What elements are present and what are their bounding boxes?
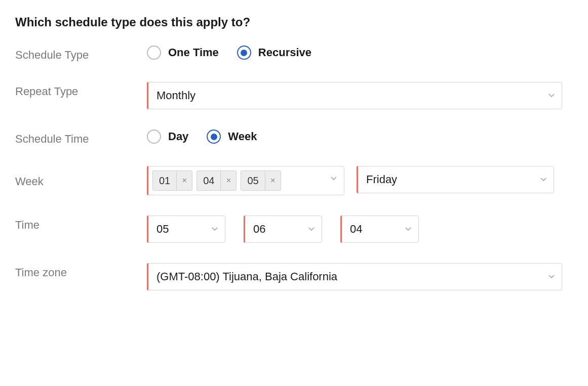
label-repeat-type: Repeat Type	[15, 82, 147, 98]
chevron-down-icon	[540, 178, 546, 182]
time-hour-value: 05	[156, 223, 169, 236]
section-heading: Which schedule type does this apply to?	[15, 15, 573, 29]
chevron-down-icon	[212, 227, 218, 231]
chevron-down-icon	[548, 275, 555, 279]
week-tag: 04×	[197, 170, 237, 191]
radio-one-time[interactable]: One Time	[147, 46, 219, 60]
weekday-select[interactable]: Friday	[357, 166, 554, 193]
week-tag: 05×	[241, 170, 281, 191]
label-week: Week	[15, 166, 147, 188]
repeat-type-value: Monthly	[156, 89, 195, 102]
radio-day-label: Day	[168, 130, 188, 143]
chevron-down-icon	[331, 177, 337, 181]
close-icon[interactable]: ×	[220, 171, 236, 190]
chevron-down-icon	[308, 227, 315, 231]
repeat-type-select[interactable]: Monthly	[147, 82, 562, 109]
radio-day[interactable]: Day	[147, 130, 188, 144]
radio-week[interactable]: Week	[207, 130, 257, 144]
radio-one-time-label: One Time	[168, 46, 219, 59]
radio-icon	[147, 130, 161, 144]
close-icon[interactable]: ×	[176, 171, 192, 190]
chevron-down-icon	[405, 227, 411, 231]
close-icon[interactable]: ×	[265, 171, 281, 190]
time-minute-value: 06	[253, 223, 265, 236]
week-multiselect[interactable]: 01×04×05×	[147, 166, 344, 195]
time-hour-select[interactable]: 05	[147, 216, 225, 243]
weekday-value: Friday	[366, 173, 397, 186]
radio-icon	[207, 130, 221, 144]
time-second-value: 04	[350, 223, 362, 236]
label-time: Time	[15, 216, 147, 232]
radio-recursive-label: Recursive	[258, 46, 311, 59]
radio-icon	[237, 46, 251, 60]
timezone-value: (GMT-08:00) Tijuana, Baja California	[156, 270, 337, 283]
label-schedule-type: Schedule Type	[15, 46, 147, 62]
radio-week-label: Week	[228, 130, 257, 143]
radio-recursive[interactable]: Recursive	[237, 46, 311, 60]
week-tag-label: 04	[197, 171, 220, 190]
week-tag: 01×	[152, 170, 192, 191]
radio-icon	[147, 46, 161, 60]
week-tag-label: 05	[241, 171, 264, 190]
label-time-zone: Time zone	[15, 263, 147, 279]
time-second-select[interactable]: 04	[340, 216, 419, 243]
timezone-select[interactable]: (GMT-08:00) Tijuana, Baja California	[147, 263, 562, 290]
time-minute-select[interactable]: 06	[244, 216, 322, 243]
chevron-down-icon	[548, 94, 555, 98]
label-schedule-time: Schedule Time	[15, 130, 147, 146]
week-tag-label: 01	[153, 171, 176, 190]
